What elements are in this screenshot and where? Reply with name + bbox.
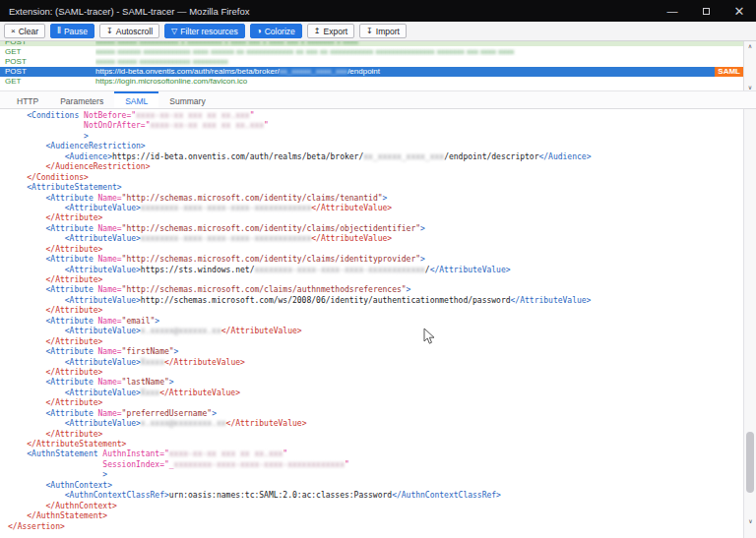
scrollbar-thumb[interactable]	[746, 432, 754, 493]
xml-line: </Attribute>	[8, 245, 742, 255]
request-url: https://login.microsoftonline.com/favico…	[95, 77, 743, 86]
list-scrollbar[interactable]: ∧ ∨	[743, 41, 756, 91]
scroll-down-icon[interactable]: ∨	[744, 517, 756, 524]
button-label: Pause	[64, 27, 88, 36]
tab-parameters[interactable]: Parameters	[49, 91, 114, 108]
button-label: Autoscroll	[116, 27, 153, 36]
xml-line: <Attribute Name="lastName">	[8, 378, 742, 388]
request-method: POST	[5, 57, 95, 66]
xml-line: <AttributeStatement>	[8, 183, 742, 193]
scroll-up-icon[interactable]: ∧	[748, 42, 752, 49]
xml-line: >	[8, 132, 742, 142]
clear-button[interactable]: ×Clear	[4, 24, 45, 38]
window-titlebar: Extension: (SAML-tracer) - SAML-tracer —…	[0, 0, 756, 22]
xml-line: <AttributeValue>https://sts.windows.net/…	[8, 266, 742, 275]
content-scrollbar[interactable]: ∨	[743, 109, 756, 538]
request-list: POSTxxxxx xxxxx xxxxxxxxxx x xxxxxxxxx x…	[0, 41, 756, 91]
request-url: xxxxx xxxxx xxxxxxxxxxxxx xxxxxxxxx	[95, 57, 743, 66]
xml-line: <AttributeValue>xxxxxxxx-xxxx-xxxx-xxxx-…	[8, 234, 742, 244]
pause-icon: Ⅱ	[57, 28, 61, 35]
xml-line: <Attribute Name="http://schemas.microsof…	[8, 224, 742, 234]
xml-line: </Attribute>	[8, 306, 742, 316]
maximize-button[interactable]	[689, 0, 723, 22]
window-title: Extension: (SAML-tracer) - SAML-tracer —…	[9, 6, 656, 17]
button-label: Colorize	[265, 27, 295, 36]
xml-line: </Attribute>	[8, 213, 742, 223]
xml-line: <AuthnStatement AuthnInstant="xxxx-xx-xx…	[8, 449, 742, 459]
colorize-icon: ◑	[257, 28, 262, 35]
xml-line: </Attribute>	[8, 337, 742, 347]
request-method: POST	[5, 67, 95, 76]
xml-line: </AudienceRestriction>	[8, 162, 742, 172]
filter-resources-icon: ▽	[171, 28, 177, 35]
xml-line: <AudienceRestriction>	[8, 142, 742, 151]
import-button[interactable]: ↧Import	[359, 24, 407, 38]
autoscroll-icon: ↧	[106, 28, 113, 35]
import-icon: ↧	[366, 28, 373, 35]
pause-button[interactable]: ⅡPause	[50, 24, 94, 38]
xml-line: SessionIndex="_xxxxxxxx-xxxx-xxxx-xxxx-x…	[8, 460, 742, 470]
xml-line: </Assertion>	[8, 522, 742, 532]
request-row[interactable]: POSTxxxxx xxxxx xxxxxxxxxxxxx xxxxxxxxx	[0, 56, 743, 66]
minimize-icon: —	[667, 5, 678, 17]
xml-line: <AttributeValue>x.xxxx@xxxxxxxx.xx</Attr…	[8, 419, 742, 429]
request-row[interactable]: POSThttps://id-beta.onventis.com/auth/re…	[0, 67, 743, 77]
toolbar: ×ClearⅡPause↧Autoscroll▽Filter resources…	[0, 22, 756, 41]
xml-line: </Attribute>	[8, 398, 742, 408]
saml-xml-view: <Conditions NotBefore="xxxx-xx-xx xxx xx…	[0, 109, 756, 532]
detail-pane: <Conditions NotBefore="xxxx-xx-xx xxx xx…	[0, 109, 756, 538]
scroll-down-icon[interactable]: ∨	[748, 84, 752, 90]
autoscroll-button[interactable]: ↧Autoscroll	[99, 24, 159, 38]
xml-line: <AuthnContextClassRef>urn:oasis:names:tc…	[8, 491, 742, 501]
request-url: xxxxx xxxxx xxxxxxxxxx x xxxxxxxxx x xxx…	[95, 41, 743, 46]
xml-line: <Attribute Name="http://schemas.microsof…	[8, 194, 742, 204]
xml-line: </AuthnStatement>	[8, 511, 742, 521]
request-method: GET	[5, 47, 95, 56]
xml-line: </Attribute>	[8, 275, 742, 285]
xml-line: </Attribute>	[8, 430, 742, 440]
minimize-button[interactable]: —	[656, 0, 689, 22]
request-method: POST	[5, 41, 95, 46]
request-url: xxxxx xxxxxx xxxxxxxxxxxx xxxx xxxxxx xx…	[95, 47, 743, 56]
request-row[interactable]: GEThttps://login.microsoftonline.com/fav…	[0, 77, 743, 87]
request-row[interactable]: GETxxxxx xxxxxx xxxxxxxxxxxx xxxx xxxxxx…	[0, 46, 743, 56]
xml-line: <Attribute Name="preferredUsername">	[8, 409, 742, 419]
close-button[interactable]: ✕	[723, 0, 756, 22]
xml-line: </Attribute>	[8, 368, 742, 378]
xml-line: <Attribute Name="http://schemas.microsof…	[8, 255, 742, 265]
xml-line: </AuthnContext>	[8, 502, 742, 511]
xml-line: <AttributeValue>xxxxxxxx-xxxx-xxxx-xxxx-…	[8, 204, 742, 213]
xml-line: <Audience>https://id-beta.onventis.com/a…	[8, 152, 742, 162]
button-label: Clear	[19, 27, 38, 36]
request-url: https://id-beta.onventis.com/auth/realms…	[95, 67, 715, 76]
request-row[interactable]: POSTxxxxx xxxxx xxxxxxxxxx x xxxxxxxxx x…	[0, 41, 743, 46]
xml-line: NotOnOrAfter="xxxx-xx-xx xxx xx xx.xxx"	[8, 121, 742, 131]
clear-icon: ×	[11, 28, 16, 35]
export-button[interactable]: ↥Export	[307, 24, 354, 38]
xml-line: <AuthnContext>	[8, 481, 742, 491]
tab-http[interactable]: HTTP	[6, 91, 49, 108]
saml-badge: SAML	[715, 67, 743, 77]
xml-line: <Conditions NotBefore="xxxx-xx-xx xxx xx…	[8, 111, 742, 121]
filter-resources-button[interactable]: ▽Filter resources	[164, 24, 245, 38]
xml-line: </AttributeStatement>	[8, 440, 742, 449]
tab-saml[interactable]: SAML	[114, 91, 158, 108]
colorize-button[interactable]: ◑Colorize	[250, 24, 302, 38]
xml-line: <AttributeValue>x.xxxxx@xxxxxx.xx</Attri…	[8, 327, 742, 336]
request-method: GET	[5, 77, 95, 86]
button-label: Filter resources	[180, 27, 238, 36]
tab-bar: HTTPParametersSAMLSummary	[0, 91, 756, 109]
xml-line: <AttributeValue>Xxxxx</AttributeValue>	[8, 358, 742, 368]
tab-summary[interactable]: Summary	[158, 91, 216, 108]
xml-line: <Attribute Name="http://schemas.microsof…	[8, 285, 742, 295]
close-icon: ✕	[734, 4, 745, 19]
window-controls: — ✕	[656, 0, 756, 22]
xml-line: <AttributeValue>http://schemas.microsoft…	[8, 296, 742, 306]
maximize-icon	[703, 8, 710, 15]
xml-line: <AttributeValue>Xxxx</AttributeValue>	[8, 389, 742, 398]
xml-line: </Conditions>	[8, 173, 742, 183]
export-icon: ↥	[314, 28, 321, 35]
xml-line: <Attribute Name="firstName">	[8, 347, 742, 357]
button-label: Export	[324, 27, 348, 36]
xml-line: >	[8, 470, 742, 480]
